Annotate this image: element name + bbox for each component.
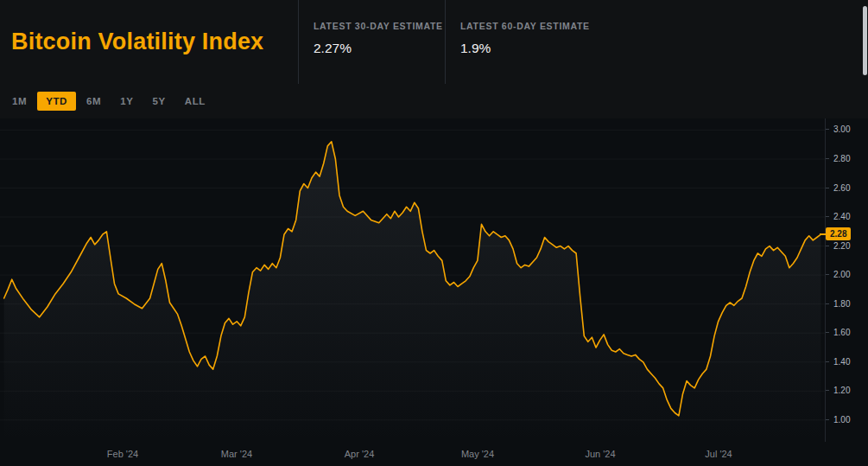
scrollbar-thumb[interactable]: [863, 6, 867, 75]
header: Bitcoin Volatility Index LATEST 30-DAY E…: [0, 0, 868, 84]
range-tabs: 1MYTD6M1Y5YALL: [0, 84, 868, 118]
tab-5y[interactable]: 5Y: [143, 92, 174, 111]
y-axis-label: 1.40: [826, 357, 850, 367]
y-axis-label: 1.60: [826, 328, 850, 338]
stat-60day-value: 1.9%: [460, 41, 618, 56]
tab-1y[interactable]: 1Y: [111, 92, 142, 111]
tab-6m[interactable]: 6M: [78, 92, 110, 111]
y-axis-label: 1.20: [826, 386, 850, 396]
stat-30day-value: 2.27%: [314, 41, 445, 56]
y-axis-label: 1.80: [826, 299, 850, 310]
y-axis-label: 3.00: [826, 124, 850, 135]
x-axis-label: Jul '24: [688, 449, 749, 459]
last-value-badge: 2.28: [826, 227, 851, 240]
stat-30day-label: LATEST 30-DAY ESTIMATE: [314, 21, 445, 31]
chart-plot[interactable]: [0, 118, 825, 442]
y-axis-label: 2.00: [826, 270, 850, 280]
y-axis-label: 2.40: [826, 212, 850, 222]
y-axis: 3.002.802.602.402.202.001.801.601.401.20…: [825, 118, 868, 442]
x-axis-label: May '24: [447, 449, 508, 459]
stat-60day-label: LATEST 60-DAY ESTIMATE: [460, 21, 618, 31]
x-axis: Feb '24Mar '24Apr '24May '24Jun '24Jul '…: [0, 442, 825, 466]
y-axis-label: 1.00: [826, 415, 850, 425]
x-axis-label: Mar '24: [206, 449, 267, 459]
tab-all[interactable]: ALL: [176, 92, 214, 111]
y-axis-label: 2.80: [826, 154, 850, 164]
volatility-line-chart: [0, 118, 825, 442]
bitcoin-volatility-index-page: Bitcoin Volatility Index LATEST 30-DAY E…: [0, 0, 868, 466]
page-title: Bitcoin Volatility Index: [0, 0, 298, 84]
y-axis-label: 2.60: [826, 183, 850, 194]
stat-60day-estimate: LATEST 60-DAY ESTIMATE 1.9%: [445, 0, 618, 84]
tab-1m[interactable]: 1M: [3, 92, 35, 111]
x-axis-label: Apr '24: [329, 449, 390, 459]
stat-30day-estimate: LATEST 30-DAY ESTIMATE 2.27%: [298, 0, 445, 84]
tab-ytd[interactable]: YTD: [37, 92, 76, 111]
x-axis-label: Jun '24: [570, 449, 630, 459]
y-axis-label: 2.20: [826, 241, 850, 252]
chart-area: 3.002.802.602.402.202.001.801.601.401.20…: [0, 118, 868, 466]
x-axis-label: Feb '24: [92, 449, 153, 459]
